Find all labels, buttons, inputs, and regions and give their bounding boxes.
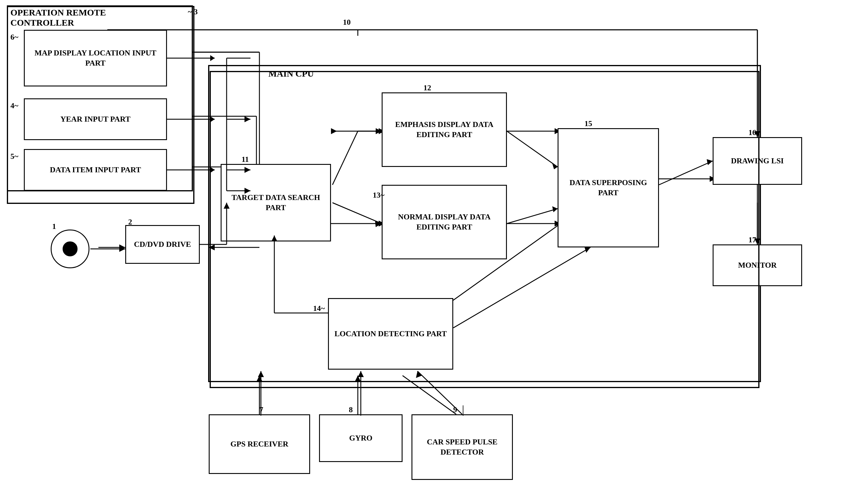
ref-1: 1 xyxy=(52,222,56,231)
gps-receiver-box: GPS RECEIVER xyxy=(209,414,310,474)
ref-17: 17 xyxy=(748,235,756,245)
svg-marker-42 xyxy=(210,116,215,122)
location-detecting-box: LOCATION DETECTING PART xyxy=(328,298,453,370)
target-data-search-box: TARGET DATA SEARCH PART xyxy=(220,164,331,242)
svg-marker-80 xyxy=(358,371,364,377)
svg-marker-82 xyxy=(416,371,422,378)
svg-marker-73 xyxy=(119,246,125,252)
ref-7: 7 xyxy=(259,405,263,414)
ref-9: 9 xyxy=(453,405,457,414)
operation-remote-controller-label: OPERATION REMOTE CONTROLLER xyxy=(11,7,115,28)
svg-marker-44 xyxy=(210,167,215,173)
svg-marker-62 xyxy=(552,206,558,212)
ref-12: 12 xyxy=(423,83,431,92)
svg-line-61 xyxy=(507,208,558,223)
svg-marker-56 xyxy=(376,128,382,134)
svg-marker-40 xyxy=(210,55,215,61)
data-superposing-box: DATA SUPERPOSING PART xyxy=(558,128,659,247)
drawing-lsi-box: DRAWING LSI xyxy=(713,137,802,185)
svg-marker-60 xyxy=(552,164,558,169)
ref-5: 5~ xyxy=(11,152,18,161)
svg-line-32 xyxy=(402,375,456,414)
main-cpu-label: MAIN CPU xyxy=(268,68,314,79)
svg-line-54 xyxy=(333,131,358,185)
svg-line-86 xyxy=(453,247,590,328)
svg-marker-53 xyxy=(244,116,250,122)
gyro-box: GYRO xyxy=(319,414,402,462)
svg-line-59 xyxy=(507,131,558,167)
normal-display-box: NORMAL DISPLAY DATA EDITING PART xyxy=(382,185,507,259)
ref-13: 13~ xyxy=(373,191,385,200)
ref-2: 2 xyxy=(128,218,132,227)
monitor-box: MONITOR xyxy=(713,245,802,286)
ref-4: 4~ xyxy=(11,102,18,110)
ref-15: 15 xyxy=(584,119,592,128)
data-item-input-box: DATA ITEM INPUT PART xyxy=(24,149,167,191)
svg-marker-31 xyxy=(355,375,361,382)
ref-16: 16 xyxy=(748,128,756,137)
cd-dvd-drive-box: CD/DVD DRIVE xyxy=(125,225,200,264)
diagram: OPERATION REMOTE CONTROLLER ~ 3 MAP DISP… xyxy=(0,0,868,496)
map-display-box: MAP DISPLAY LOCATION INPUT PART xyxy=(24,30,167,87)
ref-6: 6~ xyxy=(11,33,18,42)
ref-14: 14~ xyxy=(313,304,325,313)
svg-marker-29 xyxy=(256,375,262,382)
svg-marker-11 xyxy=(331,128,337,134)
svg-line-63 xyxy=(659,161,713,185)
disc-icon xyxy=(51,230,89,268)
year-input-box: YEAR INPUT PART xyxy=(24,98,167,140)
svg-line-57 xyxy=(333,203,382,223)
svg-marker-78 xyxy=(258,371,264,377)
ref-11: 11 xyxy=(242,155,249,164)
ref-10: 10 xyxy=(343,18,351,27)
ref-8: 8 xyxy=(349,405,353,414)
svg-marker-25 xyxy=(209,245,215,250)
svg-marker-87 xyxy=(584,247,590,253)
svg-marker-64 xyxy=(707,159,713,165)
svg-marker-58 xyxy=(375,221,382,227)
ref-3: ~ 3 xyxy=(188,7,198,16)
car-speed-box: CAR SPEED PULSE DETECTOR xyxy=(411,414,513,480)
svg-marker-27 xyxy=(119,245,125,250)
emphasis-display-box: EMPHASIS DISPLAY DATA EDITING PART xyxy=(382,92,507,167)
